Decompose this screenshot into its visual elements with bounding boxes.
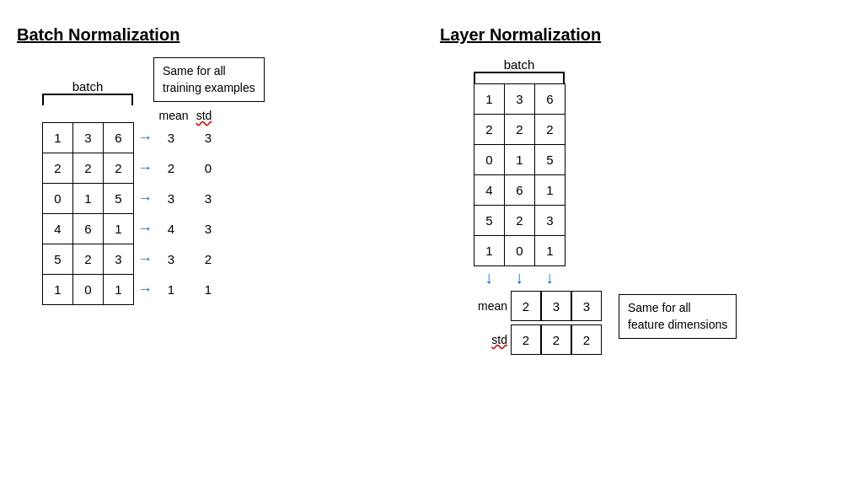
ln-cell: 1: [535, 236, 566, 266]
ln-cell: 1: [535, 175, 566, 206]
layer-norm-section: Layer Normalization batch 13622201546152…: [432, 17, 855, 487]
ln-cell: 2: [535, 115, 566, 145]
ln-cell: 0: [474, 145, 505, 175]
bn-cell: 2: [73, 153, 104, 184]
ln-matrix-container: 136222015461523101: [474, 83, 566, 266]
ln-cell: 1: [474, 84, 505, 115]
bn-std-val: 3: [193, 213, 223, 244]
ln-std-val: 2: [571, 324, 602, 355]
bn-rows-area: 136222015461523101→→→→→→323431303321: [42, 122, 223, 305]
bn-cell: 1: [73, 184, 104, 214]
bn-arrow-right: →: [137, 244, 153, 274]
ln-std-val: 2: [541, 324, 571, 355]
bn-arrow-right: →: [137, 183, 153, 213]
bn-cell: 2: [73, 244, 104, 275]
bn-mean-val: 4: [156, 213, 186, 244]
ln-cell: 4: [474, 175, 505, 206]
bn-batch-label: batch: [72, 79, 104, 94]
bn-callout: Same for alltraining examples: [153, 57, 265, 102]
bn-cell: 4: [43, 214, 73, 244]
ln-arrow-down-area: ↓↓↓: [474, 268, 565, 287]
bn-layout: batch Same for alltraining examples mean…: [17, 53, 423, 305]
ln-arrow-down: ↓: [504, 268, 534, 287]
ln-batch-label: batch: [504, 57, 535, 72]
ln-layout: batch 136222015461523101 ↓↓↓ mean233std2…: [440, 53, 846, 355]
bn-mean-val: 1: [156, 274, 186, 304]
bn-mean-val: 2: [156, 153, 186, 183]
batch-norm-title: Batch Normalization: [17, 25, 423, 45]
bn-cell: 5: [43, 244, 73, 275]
bn-std-val: 2: [193, 244, 223, 274]
bn-cell: 1: [104, 214, 134, 244]
bn-arrow-right: →: [137, 153, 153, 183]
ln-mean-label: mean: [474, 299, 511, 313]
bn-cell: 0: [43, 184, 73, 214]
bn-cell: 0: [73, 275, 104, 305]
bn-cell: 6: [104, 123, 134, 153]
bn-cell: 3: [104, 244, 134, 275]
bn-cell: 2: [104, 153, 134, 184]
bn-cell: 5: [104, 184, 134, 214]
ln-cell: 1: [505, 145, 535, 175]
ln-mean-val: 2: [511, 291, 541, 321]
ln-mean-val: 3: [571, 291, 602, 321]
ln-cell: 2: [505, 115, 535, 145]
bn-mean-val: 3: [156, 244, 186, 274]
layer-norm-title: Layer Normalization: [440, 25, 846, 45]
ln-cell: 2: [505, 206, 535, 236]
bn-arrow-right: →: [137, 213, 153, 244]
ln-mean-std-area: mean233std222: [474, 291, 602, 355]
bn-std-val: 3: [193, 183, 223, 213]
bn-cell: 1: [104, 275, 134, 305]
bn-std-val: 1: [193, 274, 223, 304]
bn-std-val: 3: [193, 122, 223, 153]
ln-cell: 0: [505, 236, 535, 266]
ln-cell: 1: [474, 236, 505, 266]
bn-cell: 2: [43, 153, 73, 184]
ln-cell: 5: [535, 145, 566, 175]
bn-arrow-right: →: [137, 122, 153, 153]
bn-std-col-label: std: [189, 109, 219, 122]
bn-cell: 6: [73, 214, 104, 244]
bn-arrow-right: →: [137, 274, 153, 304]
batch-norm-section: Batch Normalization batch Same for alltr…: [8, 17, 432, 487]
bn-mean-col-label: mean: [158, 109, 189, 122]
bn-std-val: 0: [193, 153, 223, 183]
ln-bottom-area: mean233std222 Same for allfeature dimens…: [474, 291, 737, 355]
ln-arrow-down: ↓: [534, 268, 565, 287]
main-container: Batch Normalization batch Same for alltr…: [0, 0, 863, 504]
ln-cell: 6: [505, 175, 535, 206]
bn-mean-val: 3: [156, 122, 186, 153]
ln-mean-val: 3: [541, 291, 571, 321]
ln-callout: Same for allfeature dimensions: [619, 294, 737, 339]
bn-cell: 1: [43, 123, 73, 153]
ln-cell: 3: [505, 84, 535, 115]
ln-arrow-down: ↓: [474, 268, 504, 287]
bn-mean-val: 3: [156, 183, 186, 213]
ln-cell: 3: [535, 206, 566, 236]
ln-cell: 5: [474, 206, 505, 236]
bn-cell: 3: [73, 123, 104, 153]
ln-std-val: 2: [511, 324, 541, 355]
ln-cell: 6: [535, 84, 566, 115]
ln-std-label: std: [474, 333, 511, 346]
ln-cell: 2: [474, 115, 505, 145]
bn-cell: 1: [43, 275, 73, 305]
